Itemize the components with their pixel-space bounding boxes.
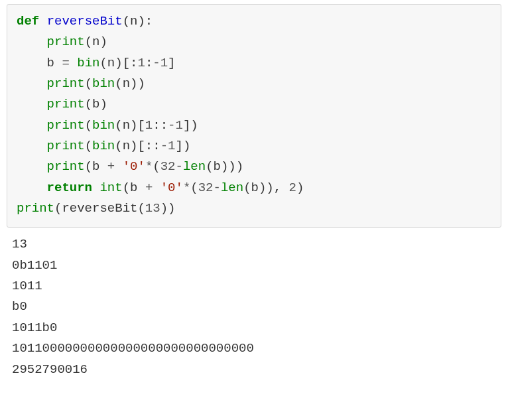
- op-minus: -: [214, 180, 221, 195]
- args-close: (b))): [206, 159, 243, 174]
- output-line-1: 13: [12, 237, 27, 251]
- indent: [17, 35, 47, 49]
- num-1b: 1: [175, 118, 182, 133]
- num-1: 1: [145, 118, 153, 133]
- paren-open: (: [85, 76, 92, 91]
- slice-close: ]): [183, 118, 198, 133]
- num-1b: 1: [160, 56, 168, 70]
- paren-open: (: [190, 180, 198, 195]
- op-star: *: [145, 159, 153, 174]
- space: [115, 159, 122, 174]
- num-1: 1: [168, 139, 175, 153]
- indent: [17, 97, 47, 111]
- slice-close: ]: [168, 56, 175, 70]
- num-1: 1: [137, 56, 145, 70]
- indent: [17, 76, 47, 91]
- funcname: reverseBit: [47, 14, 123, 29]
- op-plus: +: [145, 180, 153, 195]
- paren-open: (: [153, 159, 160, 174]
- signature-punct: (n):: [123, 14, 153, 29]
- string-zero: '0': [160, 180, 183, 195]
- space: [92, 180, 99, 195]
- args-mid: (b)),: [243, 180, 288, 195]
- builtin-bin: bin: [92, 76, 115, 91]
- keyword-def: def: [17, 14, 39, 29]
- output-line-6: 10110000000000000000000000000000: [12, 341, 254, 356]
- op-minus: -: [176, 159, 183, 174]
- args: (n): [85, 35, 107, 49]
- builtin-int: int: [99, 180, 122, 195]
- op-plus: +: [107, 159, 115, 174]
- indent-assign: b: [17, 56, 62, 70]
- slice: (n)[::: [115, 139, 160, 153]
- paren-close: ): [296, 180, 304, 195]
- op-minus: -: [168, 118, 175, 133]
- builtin-print: print: [47, 139, 85, 153]
- paren-open: (: [85, 118, 92, 133]
- space: [70, 56, 77, 70]
- builtin-len: len: [221, 180, 243, 195]
- string-zero: '0': [123, 159, 145, 174]
- keyword-return: return: [47, 180, 92, 195]
- builtin-print: print: [47, 159, 85, 174]
- num-32: 32: [198, 180, 214, 195]
- builtin-print: print: [17, 201, 54, 216]
- builtin-print: print: [47, 118, 85, 133]
- op-equals: =: [62, 56, 69, 70]
- space: [39, 14, 46, 29]
- colons: ::: [153, 118, 168, 133]
- args-open: (b: [85, 159, 107, 174]
- space: [153, 180, 160, 195]
- args: (b): [85, 97, 107, 111]
- output-line-7: 2952790016: [12, 362, 88, 377]
- indent: [17, 180, 47, 195]
- num-13: 13: [145, 201, 160, 216]
- builtin-print: print: [47, 76, 85, 91]
- op-minus: -: [153, 56, 160, 70]
- builtin-bin: bin: [92, 118, 115, 133]
- op-minus: -: [160, 139, 168, 153]
- args-open: (b: [123, 180, 145, 195]
- slice-close: ]): [175, 139, 190, 153]
- code-block: def reverseBit(n): print(n) b = bin(n)[:…: [7, 4, 501, 228]
- slice-open: (n)[: [115, 118, 145, 133]
- num-2: 2: [289, 180, 296, 195]
- args-close: (n)): [115, 76, 145, 91]
- indent: [17, 159, 47, 174]
- call-open: (reverseBit(: [54, 201, 145, 216]
- builtin-print: print: [47, 97, 85, 111]
- output-line-4: b0: [12, 299, 27, 314]
- builtin-bin: bin: [77, 56, 99, 70]
- output-line-5: 1011b0: [12, 320, 57, 335]
- call-close: )): [160, 201, 176, 216]
- num-32: 32: [160, 159, 176, 174]
- output-line-3: 1011: [12, 279, 42, 293]
- indent: [17, 139, 47, 153]
- colon: :: [145, 56, 153, 70]
- builtin-print: print: [47, 35, 85, 49]
- builtin-len: len: [183, 159, 206, 174]
- slice-open: (n)[:: [99, 56, 137, 70]
- output-block: 13 0b1101 1011 b0 1011b0 101100000000000…: [12, 234, 496, 380]
- paren-open: (: [85, 139, 92, 153]
- builtin-bin: bin: [92, 139, 115, 153]
- output-line-2: 0b1101: [12, 258, 57, 273]
- op-star: *: [183, 180, 190, 195]
- indent: [17, 118, 47, 133]
